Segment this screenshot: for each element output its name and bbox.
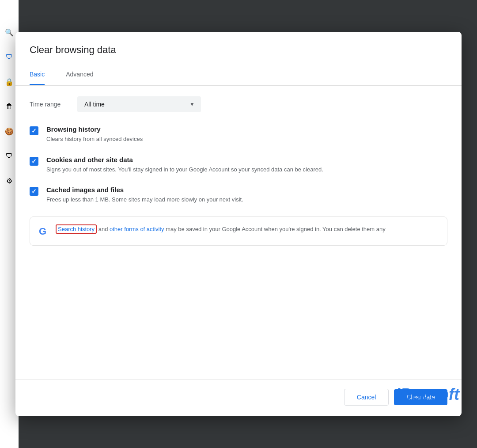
cancel-button[interactable]: Cancel <box>344 389 389 406</box>
info-box-text: Search history and other forms of activi… <box>56 225 438 234</box>
browsing-history-desc: Clears history from all synced devices <box>46 135 143 144</box>
tab-basic[interactable]: Basic <box>30 65 45 85</box>
google-g-icon: G <box>39 226 49 237</box>
check-icon: ✓ <box>31 158 37 164</box>
cached-images-item: ✓ Cached images and files Frees up less … <box>30 186 447 204</box>
cached-images-checkbox[interactable]: ✓ <box>30 187 38 196</box>
dialog-footer: Cancel Clear data <box>15 380 462 416</box>
cookies-text: Cookies and other site data Signs you ou… <box>46 156 323 174</box>
cookies-title: Cookies and other site data <box>46 156 323 163</box>
browsing-history-item: ✓ Browsing history Clears history from a… <box>30 125 447 144</box>
search-history-link[interactable]: Search history <box>56 224 97 234</box>
time-range-select-wrapper[interactable]: All time Last hour Last 24 hours Last 7 … <box>77 96 201 112</box>
clear-browsing-data-dialog: Clear browsing data Basic Advanced Time … <box>15 32 462 416</box>
sidebar-security-icon: 🔒 <box>4 76 15 87</box>
info-box: G Search history and other forms of acti… <box>30 216 447 246</box>
sidebar-shield2-icon: 🛡 <box>4 150 15 162</box>
cached-images-desc: Frees up less than 1 MB. Some sites may … <box>46 195 243 204</box>
dialog-content: Time range All time Last hour Last 24 ho… <box>15 86 462 376</box>
cached-images-text: Cached images and files Frees up less th… <box>46 186 243 204</box>
time-range-select[interactable]: All time Last hour Last 24 hours Last 7 … <box>77 96 201 112</box>
other-forms-link[interactable]: other forms of activity <box>110 226 164 232</box>
cookies-item: ✓ Cookies and other site data Signs you … <box>30 156 447 174</box>
sidebar-trash-icon: 🗑 <box>4 101 15 112</box>
cached-images-title: Cached images and files <box>46 186 243 194</box>
browsing-history-text: Browsing history Clears history from all… <box>46 125 143 144</box>
time-range-label: Time range <box>30 101 69 108</box>
cookies-checkbox[interactable]: ✓ <box>30 157 38 166</box>
time-range-row: Time range All time Last hour Last 24 ho… <box>30 96 447 112</box>
sidebar-shield-icon: 🛡 <box>4 51 15 63</box>
dialog-header: Clear browsing data Basic Advanced <box>15 32 462 86</box>
browsing-history-title: Browsing history <box>46 125 143 133</box>
info-text-and: and <box>98 226 110 232</box>
tab-advanced[interactable]: Advanced <box>66 65 93 85</box>
info-text-suffix: may be saved in your Google Account when… <box>166 226 386 232</box>
check-icon: ✓ <box>31 128 37 134</box>
cookies-desc: Signs you out of most sites. You'll stay… <box>46 165 323 174</box>
sidebar-sliders-icon: ⚙ <box>4 175 15 186</box>
clear-data-button[interactable]: Clear data <box>394 389 447 405</box>
browsing-history-checkbox[interactable]: ✓ <box>30 126 38 135</box>
sidebar-cookie-icon: 🍪 <box>4 125 15 137</box>
tabs-container: Basic Advanced <box>15 65 462 86</box>
dialog-title: Clear browsing data <box>30 44 447 56</box>
check-icon: ✓ <box>31 188 37 194</box>
sidebar-search-icon: 🔍 <box>4 27 15 38</box>
